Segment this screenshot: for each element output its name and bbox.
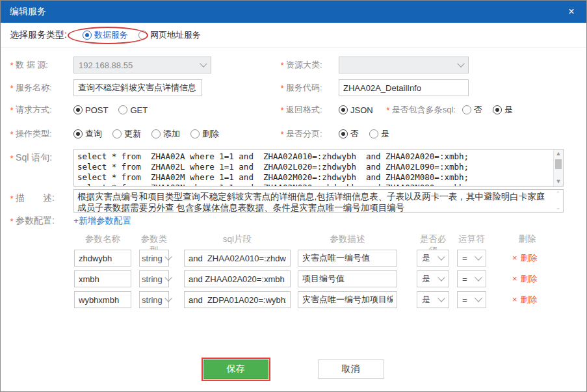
required-value: 是 (422, 252, 430, 264)
radio-data-service-label: 数据服务 (94, 29, 128, 41)
operator-value: = (462, 254, 467, 263)
radio-query[interactable]: 查询 (73, 128, 102, 140)
dialog-title: 编辑服务 (10, 6, 46, 18)
chevron-down-icon (437, 294, 445, 302)
operator-select[interactable]: = (457, 291, 486, 308)
required-select[interactable]: 是 (417, 270, 449, 287)
required-select[interactable]: 是 (417, 250, 449, 267)
param-type-value: string (142, 274, 163, 284)
chevron-down-icon (475, 294, 482, 302)
radio-json[interactable]: JSON (339, 105, 373, 115)
dialog-footer: 保存 取消 (1, 359, 586, 379)
param-desc-input[interactable] (298, 250, 397, 267)
delete-x-icon: × (512, 294, 517, 304)
sql-fragment-input[interactable] (184, 270, 291, 287)
param-type-select[interactable]: string (139, 250, 169, 267)
required-mark: * (10, 83, 13, 93)
radio-selected-icon (73, 105, 83, 114)
description-text: 根据灾害点编号和项目类型查询不稳定斜坡灾害点的详细信息,包括详细信息表、子表以及… (74, 190, 563, 212)
description-label: *描 述: (10, 192, 55, 204)
radio-update[interactable]: 更新 (112, 128, 141, 140)
data-source-label: *数 据 源: (10, 59, 73, 71)
radio-selected-icon (339, 129, 348, 138)
required-mark: * (10, 105, 13, 115)
required-mark: * (280, 129, 283, 139)
radio-web-url-service[interactable]: 网页地址服务 (138, 29, 201, 41)
scroll-up-icon[interactable]: ▲ (554, 150, 563, 158)
chevron-down-icon (457, 60, 464, 67)
required-mark: * (280, 83, 283, 93)
scroll-up-icon[interactable]: ⌃ (553, 190, 563, 198)
delete-row-link[interactable]: ×删除 (512, 273, 538, 285)
param-name-input[interactable] (74, 291, 131, 308)
radio-selected-icon (339, 105, 348, 114)
form-row-4: *操作类型: 查询 更新 添加 删除 *是否分页: 否 是 (10, 128, 577, 140)
sql-scrollbar[interactable]: ▲ ▼ (553, 150, 563, 186)
radio-post[interactable]: POST (73, 105, 108, 115)
radio-multisql-no[interactable]: 否 (462, 104, 482, 116)
scroll-down-icon[interactable]: ⌄ (553, 203, 563, 212)
chevron-down-icon (437, 253, 445, 260)
request-method-label: *请求方式: (10, 104, 73, 116)
radio-add[interactable]: 添加 (151, 128, 180, 140)
delete-x-icon: × (512, 253, 517, 263)
service-name-label: *服务名称: (10, 82, 73, 94)
save-button[interactable]: 保存 (203, 359, 268, 379)
required-mark: * (10, 216, 13, 226)
pagination-label: *是否分页: (280, 128, 339, 140)
resource-category-label: *资源大类: (280, 59, 339, 71)
chevron-down-icon (475, 274, 482, 281)
radio-data-service[interactable]: 数据服务 (83, 29, 128, 41)
param-desc-input[interactable] (298, 291, 397, 308)
param-type-select[interactable]: string (139, 270, 169, 287)
radio-get[interactable]: GET (118, 105, 148, 115)
radio-unselected-icon (190, 129, 200, 138)
service-code-input[interactable] (339, 79, 469, 96)
delete-row-link[interactable]: ×删除 (512, 252, 538, 264)
edit-service-dialog: 编辑服务 × 选择服务类型: 数据服务 网页地址服务 *数 据 源: 192.1… (0, 0, 587, 392)
data-source-select[interactable]: 192.168.88.55 (73, 57, 211, 73)
required-mark: * (10, 153, 13, 163)
radio-delete[interactable]: 删除 (190, 128, 219, 140)
service-code-label: *服务代码: (280, 82, 339, 94)
required-value: 是 (422, 294, 430, 306)
sql-fragment-input[interactable] (184, 291, 291, 308)
service-type-label: 选择服务类型: (10, 29, 67, 41)
chevron-down-icon (475, 253, 482, 260)
param-table-row: string 是 = ×删除 (10, 250, 577, 267)
cancel-button[interactable]: 取消 (318, 359, 384, 379)
radio-multisql-yes[interactable]: 是 (493, 104, 513, 116)
param-desc-input[interactable] (298, 270, 397, 287)
scroll-down-icon[interactable]: ▼ (554, 177, 563, 186)
param-table-row: string 是 = ×删除 (10, 270, 577, 287)
radio-paging-no[interactable]: 否 (339, 128, 359, 140)
close-icon[interactable]: × (564, 1, 579, 23)
radio-unselected-icon (118, 105, 127, 114)
service-name-input[interactable] (73, 79, 202, 96)
cancel-button-label: 取消 (342, 363, 360, 375)
param-table-row: string 是 = ×删除 (10, 291, 577, 308)
form-row-1: *数 据 源: 192.168.88.55 *资源大类: (10, 57, 577, 73)
required-select[interactable]: 是 (417, 291, 449, 308)
description-textarea[interactable]: 根据灾害点编号和项目类型查询不稳定斜坡灾害点的详细信息,包括详细信息表、子表以及… (73, 189, 564, 213)
delete-row-link[interactable]: ×删除 (512, 294, 538, 306)
chevron-down-icon (164, 274, 172, 281)
scrollbar-thumb[interactable] (555, 159, 562, 169)
multi-sql-label: *是否包含多条sql: (386, 104, 456, 116)
operator-select[interactable]: = (457, 250, 486, 267)
sql-textarea[interactable]: select * from ZHAA02A where 1=1 and ZHAA… (73, 149, 564, 187)
operator-value: = (462, 295, 467, 305)
operator-select[interactable]: = (457, 270, 486, 287)
radio-unselected-icon (369, 129, 378, 138)
description-scrollbar[interactable]: ⌃ ⌄ (553, 190, 563, 212)
radio-selected-icon (83, 31, 92, 40)
add-param-link[interactable]: +新增参数配置 (73, 215, 131, 227)
param-name-input[interactable] (74, 250, 131, 267)
radio-unselected-icon (112, 129, 122, 138)
radio-paging-yes[interactable]: 是 (369, 128, 389, 140)
param-name-input[interactable] (74, 270, 131, 287)
sql-fragment-input[interactable] (184, 250, 291, 267)
sql-label: *Sql 语句: (10, 152, 52, 164)
resource-category-select[interactable] (339, 57, 469, 73)
param-type-select[interactable]: string (139, 291, 169, 308)
